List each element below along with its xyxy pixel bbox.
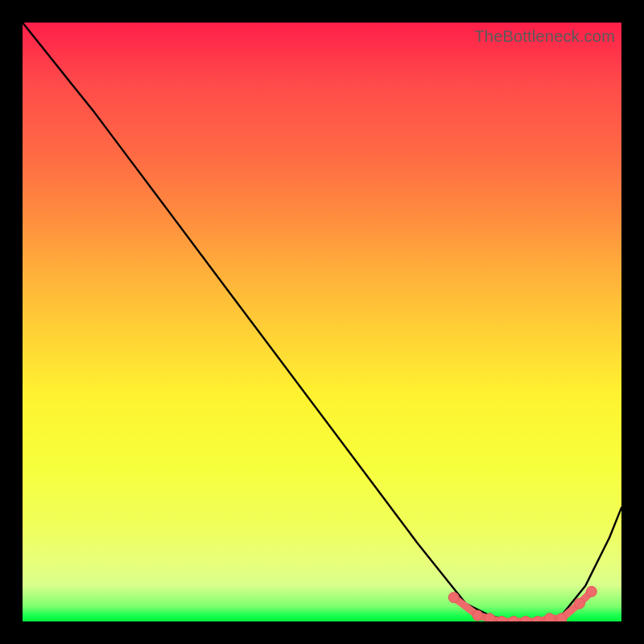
bottleneck-curve <box>23 23 621 621</box>
marker-dot <box>509 617 519 622</box>
plot-area: TheBottleneck.com <box>23 23 621 621</box>
chart-stage: TheBottleneck.com <box>0 0 644 644</box>
marker-dot <box>574 598 584 609</box>
marker-dot <box>485 613 495 621</box>
chart-overlay <box>23 23 621 621</box>
marker-dot <box>544 613 555 621</box>
marker-dot <box>473 610 483 621</box>
marker-dot <box>521 617 531 622</box>
marker-dot <box>586 586 597 597</box>
marker-dot <box>448 592 459 603</box>
curve-markers <box>448 586 597 621</box>
marker-dot <box>556 613 567 621</box>
